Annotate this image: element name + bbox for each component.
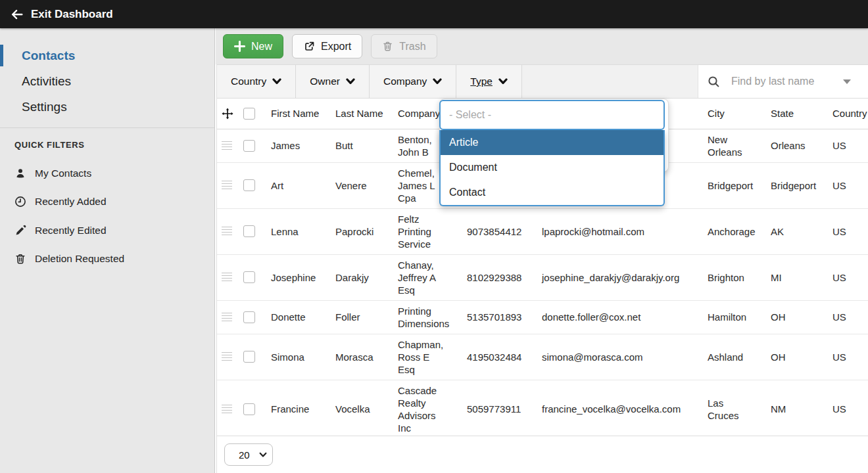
type-select-placeholder: - Select -: [449, 109, 491, 121]
row-checkbox[interactable]: [243, 271, 255, 283]
table-row[interactable]: Donette Foller Printing Dimensions 51357…: [217, 300, 868, 334]
search-area: [698, 65, 868, 98]
type-select[interactable]: - Select -: [439, 100, 665, 130]
filter-label: Company: [383, 76, 427, 87]
cell-city: Las Cruces: [703, 380, 766, 438]
table-row[interactable]: Lenna Paprocki Feltz Printing Service 90…: [217, 208, 868, 254]
type-option-document[interactable]: Document: [441, 155, 663, 180]
plus-icon: [234, 41, 245, 52]
trash-button[interactable]: Trash: [371, 34, 437, 58]
table-row[interactable]: Josephine Darakjy Chanay, Jeffrey A Esq …: [217, 254, 868, 300]
chevron-down-icon: [346, 78, 355, 85]
cell-last-name: Morasca: [331, 334, 393, 380]
cell-city: New Orleans: [703, 129, 766, 162]
filter-bar: Country Owner Company Type: [217, 64, 868, 99]
row-checkbox[interactable]: [243, 140, 255, 152]
back-arrow-icon[interactable]: [10, 8, 24, 21]
cell-first-name: Donette: [266, 300, 331, 334]
export-button[interactable]: Export: [292, 34, 362, 58]
cell-city: Brighton: [703, 254, 766, 300]
drag-handle[interactable]: [222, 141, 232, 150]
export-button-label: Export: [321, 41, 351, 53]
filter-type[interactable]: Type: [456, 65, 522, 98]
row-checkbox[interactable]: [243, 179, 255, 191]
cell-last-name: Butt: [331, 129, 393, 162]
column-header-country[interactable]: Country: [828, 99, 868, 129]
row-checkbox[interactable]: [243, 225, 255, 237]
sidebar-item-contacts[interactable]: Contacts: [0, 43, 214, 68]
search-input[interactable]: [731, 76, 843, 87]
drag-handle[interactable]: [222, 227, 232, 236]
sidebar-item-label: Contacts: [22, 49, 75, 63]
clock-icon: [14, 196, 26, 208]
table-footer: 20: [217, 436, 868, 473]
cell-city: Ashland: [703, 334, 766, 380]
drag-handle[interactable]: [222, 181, 232, 190]
cell-company: Chanay, Jeffrey A Esq: [393, 254, 462, 300]
row-checkbox[interactable]: [243, 403, 255, 415]
drag-handle[interactable]: [222, 352, 232, 361]
chevron-down-icon: [272, 78, 281, 85]
search-dropdown-caret-icon[interactable]: [843, 79, 851, 84]
quick-filter-recently-added[interactable]: Recently Added: [0, 188, 214, 217]
cell-last-name: Vocelka: [331, 380, 393, 438]
drag-handle[interactable]: [222, 313, 232, 322]
cell-phone: 5059773911: [462, 380, 537, 438]
type-option-contact[interactable]: Contact: [441, 180, 663, 205]
quick-filters-list: My Contacts Recently Added Recently Edit…: [0, 159, 214, 273]
filter-label: Country: [231, 76, 266, 87]
cell-country: US: [828, 129, 868, 162]
cell-phone: 9073854412: [462, 208, 537, 254]
cell-state: Bridgeport: [766, 162, 828, 208]
quick-filter-deletion-requested[interactable]: Deletion Requested: [0, 245, 214, 274]
sidebar-nav: Contacts Activities Settings: [0, 43, 214, 120]
cell-company: Cascade Realty Advisors Inc: [393, 380, 462, 438]
column-header-last-name[interactable]: Last Name: [331, 99, 393, 129]
cell-first-name: Josephine: [266, 254, 331, 300]
cell-country: US: [828, 254, 868, 300]
cell-city: Hamilton: [703, 300, 766, 334]
sidebar-item-activities[interactable]: Activities: [0, 68, 214, 94]
cell-phone: 4195032484: [462, 334, 537, 380]
cell-country: US: [828, 380, 868, 438]
table-row[interactable]: Simona Morasca Chapman, Ross E Esq 41950…: [217, 334, 868, 380]
filter-company[interactable]: Company: [370, 65, 456, 98]
cell-first-name: Francine: [266, 380, 331, 438]
row-checkbox[interactable]: [243, 311, 255, 323]
move-icon[interactable]: [222, 108, 234, 120]
row-checkbox[interactable]: [243, 351, 255, 363]
drag-handle[interactable]: [222, 273, 232, 282]
cell-state: OH: [766, 300, 828, 334]
quick-filter-my-contacts[interactable]: My Contacts: [0, 159, 214, 188]
filter-owner[interactable]: Owner: [296, 65, 370, 98]
filter-label: Type: [470, 76, 493, 87]
column-header-state[interactable]: State: [766, 99, 828, 129]
column-header-city[interactable]: City: [703, 99, 766, 129]
cell-state: MI: [766, 254, 828, 300]
table-row[interactable]: Francine Vocelka Cascade Realty Advisors…: [217, 380, 868, 438]
cell-state: NM: [766, 380, 828, 438]
filter-bar-spacer: [522, 65, 698, 98]
drag-handle[interactable]: [222, 405, 232, 414]
trash-icon: [14, 253, 26, 265]
page-size-value: 20: [239, 449, 250, 461]
quick-filter-label: My Contacts: [35, 168, 91, 179]
page-size-select[interactable]: 20: [224, 443, 273, 466]
select-all-checkbox[interactable]: [243, 108, 255, 120]
quick-filter-recently-edited[interactable]: Recently Edited: [0, 216, 214, 245]
cell-company: Feltz Printing Service: [393, 208, 462, 254]
exit-dashboard-link[interactable]: Exit Dashboard: [31, 8, 113, 21]
type-options-list: Article Document Contact: [439, 130, 665, 206]
cell-last-name: Paprocki: [331, 208, 393, 254]
new-button[interactable]: New: [223, 34, 283, 58]
column-header-first-name[interactable]: First Name: [266, 99, 331, 129]
export-icon: [303, 41, 315, 53]
pencil-icon: [14, 225, 26, 236]
type-option-article[interactable]: Article: [441, 130, 663, 155]
sidebar-item-settings[interactable]: Settings: [0, 94, 214, 120]
cell-email: josephine_darakjy@darakjy.org: [537, 254, 703, 300]
sidebar-item-label: Settings: [22, 100, 67, 114]
sidebar-divider: [0, 127, 214, 128]
filter-country[interactable]: Country: [217, 65, 296, 98]
cell-first-name: Art: [266, 162, 331, 208]
